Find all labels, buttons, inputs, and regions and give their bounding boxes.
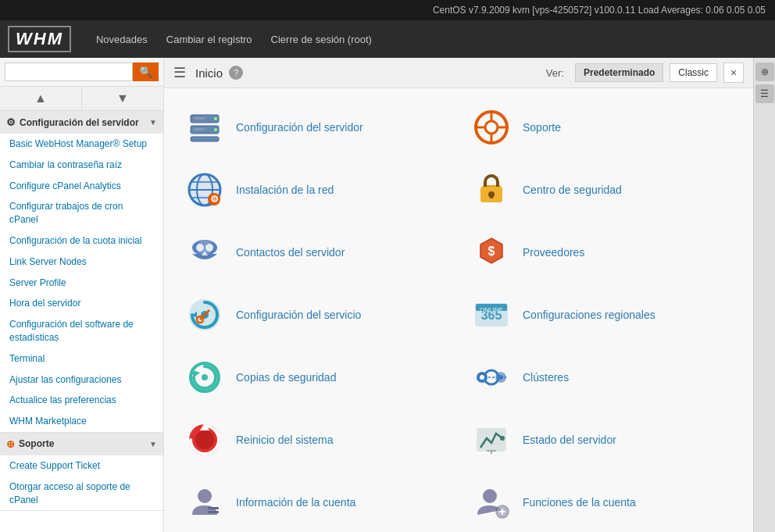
grid-item-instalacion-red[interactable]: ⚙ Instalación de la red	[172, 159, 459, 221]
grid-item-reinicio-sistema[interactable]: Reinicio del sistema	[172, 409, 459, 471]
config-regionales-icon: 365 ONLINE	[471, 295, 512, 335]
svg-point-28	[205, 244, 213, 252]
view-close-button[interactable]: ×	[723, 62, 744, 83]
right-panel-btn-2[interactable]: ☰	[755, 84, 774, 103]
grid-item-soporte[interactable]: Soporte	[459, 96, 745, 159]
search-bar: 🔍	[0, 58, 163, 87]
sidebar-item-basic-webhost[interactable]: Basic WebHost Manager® Setup	[0, 134, 163, 155]
svg-rect-2	[191, 137, 219, 141]
search-input[interactable]	[5, 62, 133, 81]
svg-text:ONLINE: ONLINE	[480, 306, 503, 313]
svg-text:⚙: ⚙	[210, 194, 219, 205]
sidebar-item-cambiar-contrasena[interactable]: Cambiar la contraseña raíz	[0, 155, 163, 176]
view-predeterminado-button[interactable]: Predeterminado	[575, 63, 663, 82]
grid-item-config-regionales[interactable]: 365 ONLINE Configuraciones regionales	[459, 284, 745, 346]
grid-item-clusteres[interactable]: Clústeres	[459, 346, 745, 409]
grid-item-estado-servidor[interactable]: Estado del servidor	[459, 409, 745, 471]
sidebar-item-configure-cpanel-analytics[interactable]: Configure cPanel Analytics	[0, 176, 163, 197]
svg-text:$: $	[488, 245, 495, 258]
main-content: ☰ Inicio ? Ver: Predeterminado Classic ×	[164, 58, 753, 532]
soporte-label: Soporte	[523, 120, 561, 134]
section-caret-configuracion: ▼	[149, 118, 157, 127]
sidebar-item-software-estadisticas[interactable]: Configuración del software de estadístic…	[0, 314, 163, 348]
right-panel: ⊕ ☰	[753, 58, 775, 532]
svg-point-4	[214, 128, 217, 131]
proveedores-label: Proveedores	[523, 245, 584, 259]
help-button[interactable]: ?	[229, 66, 243, 80]
sidebar-item-hora-servidor[interactable]: Hora del servidor	[0, 293, 163, 314]
info-cuenta-icon	[184, 482, 225, 523]
view-classic-button[interactable]: Classic	[670, 63, 717, 82]
grid-item-info-cuenta[interactable]: Información de la cuenta	[172, 471, 459, 532]
grid-item-copias-seguridad[interactable]: Copias de seguridad	[172, 346, 459, 409]
svg-rect-5	[194, 117, 205, 120]
sidebar-item-otorgar-acceso[interactable]: Otorgar acceso al soporte de cPanel	[0, 477, 163, 511]
reinicio-sistema-label: Reinicio del sistema	[236, 433, 334, 447]
config-section-icon: ⚙	[6, 116, 16, 128]
grid-item-funciones-cuenta[interactable]: Funciones de la cuenta	[459, 471, 745, 532]
proveedores-icon: $	[471, 232, 512, 273]
clusteres-label: Clústeres	[523, 370, 569, 384]
sidebar-section-soporte-title: Soporte	[19, 438, 54, 449]
main-grid: Configuración del servidor Soporte	[164, 88, 753, 532]
server-info: CentOS v7.9.2009 kvm [vps-4250572] v100.…	[433, 5, 766, 16]
content-wrapper: 🔍 ▲ ▼ ⚙ Configuración del servidor ▼ Bas…	[0, 58, 775, 532]
sidebar-item-configurar-cron[interactable]: Configurar trabajos de cron cPanel	[0, 196, 163, 230]
config-servicio-icon	[184, 295, 225, 335]
sidebar-item-server-profile[interactable]: Server Profile	[0, 273, 163, 294]
estado-servidor-label: Estado del servidor	[523, 433, 616, 447]
sidebar-down-button[interactable]: ▼	[82, 87, 163, 110]
config-servidor-icon	[184, 107, 225, 148]
grid-item-proveedores[interactable]: $ Proveedores	[459, 221, 745, 284]
nav-cierre-sesion[interactable]: Cierre de sesión (root)	[271, 34, 372, 45]
svg-point-40	[202, 374, 208, 380]
funciones-cuenta-icon	[471, 482, 512, 523]
page-title: Inicio	[195, 66, 223, 80]
estado-servidor-icon	[471, 420, 512, 460]
sidebar-section-soporte-header[interactable]: ⊕ Soporte ▼	[0, 433, 163, 455]
sidebar-item-link-server-nodes[interactable]: Link Server Nodes	[0, 252, 163, 273]
config-regionales-label: Configuraciones regionales	[523, 308, 655, 322]
sidebar-up-button[interactable]: ▲	[0, 87, 82, 110]
sidebar: 🔍 ▲ ▼ ⚙ Configuración del servidor ▼ Bas…	[0, 58, 164, 532]
sidebar-item-create-support-ticket[interactable]: Create Support Ticket	[0, 455, 163, 477]
svg-rect-55	[208, 507, 219, 509]
ver-label: Ver:	[546, 67, 564, 79]
toolbar: ☰ Inicio ? Ver: Predeterminado Classic ×	[164, 58, 753, 88]
hamburger-icon[interactable]: ☰	[173, 64, 186, 81]
soporte-icon	[471, 107, 512, 148]
topbar: CentOS v7.9.2009 kvm [vps-4250572] v100.…	[0, 0, 775, 20]
sidebar-item-cuota-inicial[interactable]: Configuración de la cuota inicial	[0, 230, 163, 252]
section-caret-soporte: ▼	[149, 440, 157, 448]
clusteres-icon	[471, 357, 512, 398]
copias-seguridad-icon	[184, 357, 225, 398]
sidebar-item-actualice-preferencias[interactable]: Actualice las preferencias	[0, 390, 163, 411]
sidebar-section-configuracion-header[interactable]: ⚙ Configuración del servidor ▼	[0, 111, 163, 134]
grid-item-centro-seguridad[interactable]: Centro de seguridad	[459, 159, 745, 221]
contactos-servidor-icon	[184, 232, 225, 273]
sidebar-item-whm-marketplace[interactable]: WHM Marketplace	[0, 411, 163, 432]
instalacion-red-icon: ⚙	[184, 170, 225, 210]
reinicio-sistema-icon	[184, 420, 225, 460]
sidebar-item-ajustar-configuraciones[interactable]: Ajustar las configuraciones	[0, 370, 163, 391]
grid-item-config-servidor[interactable]: Configuración del servidor	[172, 96, 459, 159]
svg-point-45	[480, 375, 484, 380]
sidebar-nav-buttons: ▲ ▼	[0, 87, 163, 111]
svg-point-46	[498, 375, 503, 380]
soporte-section-icon: ⊕	[6, 438, 15, 450]
right-panel-btn-1[interactable]: ⊕	[755, 62, 774, 81]
search-button[interactable]: 🔍	[133, 62, 159, 81]
grid-item-contactos-servidor[interactable]: Contactos del servidor	[172, 221, 459, 284]
navbar: WHM Novedades Cambiar el registro Cierre…	[0, 20, 775, 58]
svg-rect-56	[208, 511, 219, 513]
sidebar-item-terminal[interactable]: Terminal	[0, 348, 163, 370]
svg-point-57	[483, 489, 497, 503]
nav-novedades[interactable]: Novedades	[96, 34, 148, 45]
svg-rect-6	[194, 128, 205, 130]
nav-cambiar-registro[interactable]: Cambiar el registro	[166, 34, 252, 45]
copias-seguridad-label: Copias de seguridad	[236, 370, 336, 384]
svg-rect-24	[490, 195, 493, 198]
info-cuenta-label: Información de la cuenta	[236, 495, 355, 509]
sidebar-section-configuracion: ⚙ Configuración del servidor ▼ Basic Web…	[0, 111, 163, 433]
grid-item-config-servicio[interactable]: Configuración del servicio	[172, 284, 459, 346]
